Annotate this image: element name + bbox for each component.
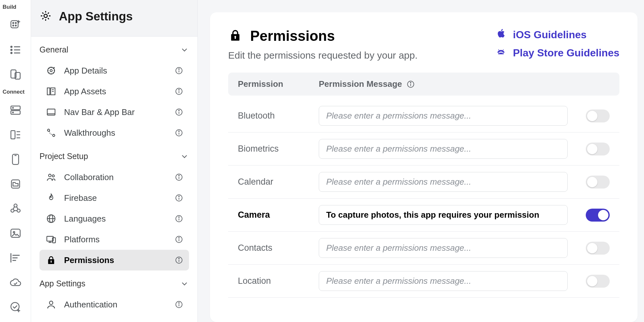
svg-point-2 bbox=[15, 22, 16, 23]
rail-cloud-icon[interactable] bbox=[6, 273, 25, 292]
rail-devices-icon[interactable] bbox=[6, 65, 25, 84]
rail-phone-icon[interactable] bbox=[6, 150, 25, 169]
page-title: Permissions bbox=[250, 28, 335, 44]
section-app-settings: App Settings Authentication bbox=[31, 270, 197, 315]
svg-point-80 bbox=[179, 258, 179, 259]
svg-rect-47 bbox=[47, 109, 55, 115]
rail-list-icon[interactable] bbox=[6, 40, 25, 60]
permission-message-input[interactable] bbox=[319, 172, 568, 192]
sidebar-item-languages[interactable]: Languages bbox=[39, 208, 189, 229]
permission-toggle[interactable] bbox=[586, 242, 610, 255]
svg-point-3 bbox=[13, 25, 14, 26]
permission-name: Contacts bbox=[238, 243, 319, 253]
ios-guidelines-link[interactable]: iOS Guidelines bbox=[495, 28, 619, 41]
firebase-icon bbox=[45, 192, 57, 204]
svg-point-5 bbox=[11, 46, 12, 48]
sidebar-item-permissions[interactable]: Permissions bbox=[39, 250, 189, 270]
platforms-icon bbox=[45, 234, 57, 245]
svg-point-53 bbox=[53, 134, 55, 137]
rail-folder-icon[interactable] bbox=[6, 174, 25, 194]
column-message: Permission Message bbox=[319, 79, 610, 89]
permission-message-input[interactable] bbox=[319, 238, 568, 258]
svg-point-52 bbox=[48, 129, 50, 132]
svg-point-35 bbox=[48, 67, 54, 74]
svg-point-81 bbox=[50, 301, 53, 305]
section-project-setup: Project Setup Collaboration Firebase Lan… bbox=[31, 143, 197, 270]
info-icon[interactable] bbox=[406, 80, 415, 88]
rail-server-icon[interactable] bbox=[6, 100, 25, 120]
lock-icon bbox=[45, 254, 57, 266]
permission-row: Contacts bbox=[228, 232, 619, 265]
svg-point-26 bbox=[17, 209, 20, 213]
rail-form-icon[interactable] bbox=[6, 125, 25, 144]
svg-point-7 bbox=[11, 49, 12, 51]
chevron-down-icon bbox=[180, 45, 189, 54]
svg-point-77 bbox=[179, 237, 179, 238]
sidebar-item-authentication[interactable]: Authentication bbox=[39, 294, 189, 315]
sidebar-item-app-details[interactable]: App Details bbox=[39, 60, 189, 81]
info-icon[interactable] bbox=[175, 194, 183, 202]
sidebar-header: App Settings bbox=[31, 0, 197, 37]
permission-toggle[interactable] bbox=[586, 209, 610, 222]
settings-sidebar: App Settings General App Details App Ass… bbox=[31, 0, 198, 322]
sidebar-title: App Settings bbox=[59, 10, 133, 23]
info-icon[interactable] bbox=[175, 66, 183, 75]
rail-integrations-icon[interactable] bbox=[6, 199, 25, 218]
svg-point-1 bbox=[13, 22, 14, 23]
sidebar-item-collaboration[interactable]: Collaboration bbox=[39, 167, 189, 188]
info-icon[interactable] bbox=[175, 108, 183, 116]
permission-toggle[interactable] bbox=[586, 109, 610, 122]
info-icon[interactable] bbox=[175, 214, 183, 223]
info-icon[interactable] bbox=[175, 87, 183, 96]
permission-toggle-cell bbox=[577, 275, 610, 288]
info-icon[interactable] bbox=[175, 256, 183, 264]
sidebar-item-nav-bar[interactable]: Nav Bar & App Bar bbox=[39, 102, 189, 122]
sidebar-item-label: Platforms bbox=[64, 235, 168, 245]
languages-icon bbox=[45, 213, 57, 224]
rail-image-icon[interactable] bbox=[6, 224, 25, 243]
permission-message-input[interactable] bbox=[319, 139, 568, 159]
permission-row: Bluetooth bbox=[228, 99, 619, 132]
svg-point-36 bbox=[50, 70, 52, 72]
permission-message-input[interactable] bbox=[319, 205, 568, 225]
permission-name: Calendar bbox=[238, 177, 319, 187]
info-icon[interactable] bbox=[175, 300, 183, 309]
info-icon[interactable] bbox=[175, 173, 183, 181]
sidebar-item-app-assets[interactable]: App Assets bbox=[39, 81, 189, 102]
permissions-table-header: Permission Permission Message bbox=[228, 73, 619, 96]
permission-message-input[interactable] bbox=[319, 106, 568, 126]
permissions-rows: BluetoothBiometricsCalendarCameraContact… bbox=[228, 99, 619, 298]
permission-name: Bluetooth bbox=[238, 111, 319, 121]
svg-point-25 bbox=[11, 209, 14, 213]
sidebar-item-label: Nav Bar & App Bar bbox=[64, 107, 168, 117]
walkthroughs-icon bbox=[45, 127, 57, 139]
svg-point-56 bbox=[179, 131, 179, 132]
permission-name: Camera bbox=[238, 210, 319, 220]
info-icon[interactable] bbox=[175, 235, 183, 244]
rail-align-icon[interactable] bbox=[6, 248, 25, 268]
permission-toggle[interactable] bbox=[586, 143, 610, 155]
chevron-down-icon bbox=[180, 279, 189, 288]
section-general-header[interactable]: General bbox=[39, 42, 189, 57]
rail-build-label: Build bbox=[0, 4, 19, 10]
permission-toggle[interactable] bbox=[586, 176, 610, 189]
rail-add-icon[interactable] bbox=[6, 16, 25, 35]
sidebar-item-label: Collaboration bbox=[64, 172, 168, 182]
sidebar-item-firebase[interactable]: Firebase bbox=[39, 188, 189, 208]
svg-point-15 bbox=[12, 108, 13, 109]
permission-name: Location bbox=[238, 276, 319, 286]
svg-point-34 bbox=[44, 14, 47, 17]
section-project-setup-header[interactable]: Project Setup bbox=[39, 149, 189, 164]
sidebar-item-platforms[interactable]: Platforms bbox=[39, 229, 189, 250]
svg-point-39 bbox=[179, 69, 179, 69]
permission-row: Calendar bbox=[228, 166, 619, 199]
rail-check-add-icon[interactable] bbox=[6, 297, 25, 317]
info-icon[interactable] bbox=[175, 129, 183, 137]
permission-message-input[interactable] bbox=[319, 271, 568, 291]
sidebar-item-walkthroughs[interactable]: Walkthroughs bbox=[39, 122, 189, 143]
play-guidelines-link[interactable]: Play Store Guidelines bbox=[495, 46, 619, 60]
permission-toggle-cell bbox=[577, 109, 610, 122]
svg-point-70 bbox=[179, 217, 179, 217]
permission-toggle[interactable] bbox=[586, 275, 610, 288]
section-app-settings-header[interactable]: App Settings bbox=[39, 276, 189, 291]
